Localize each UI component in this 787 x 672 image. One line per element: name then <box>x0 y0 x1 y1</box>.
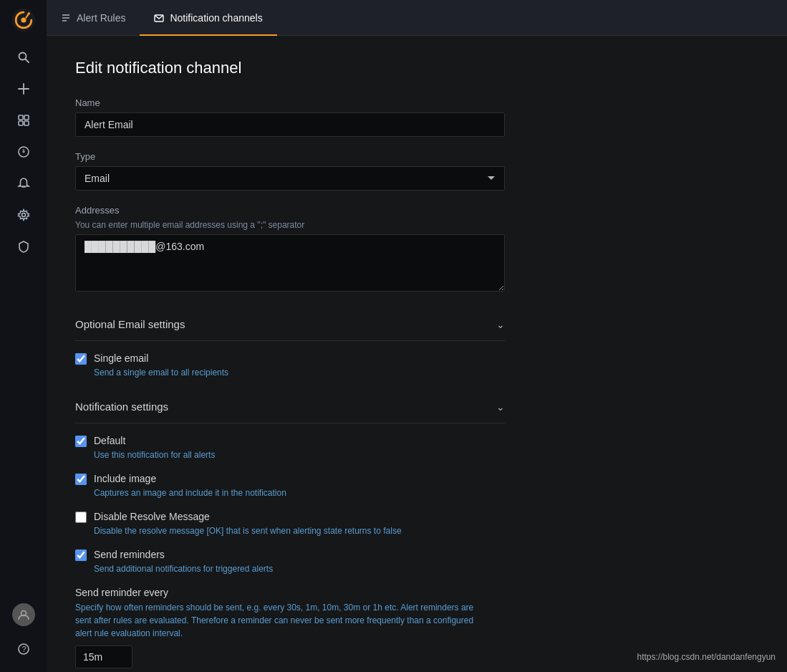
sidebar: ? <box>0 0 47 672</box>
include-image-label: Include image <box>94 473 156 484</box>
optional-email-settings-header[interactable]: Optional Email settings ⌄ <box>75 308 505 341</box>
optional-email-settings-section: Optional Email settings ⌄ Single email S… <box>75 308 758 378</box>
addresses-field-group: Addresses You can enter multiple email a… <box>75 205 758 294</box>
svg-line-4 <box>25 59 29 63</box>
svg-point-1 <box>21 17 26 22</box>
send-reminder-every-label: Send reminder every <box>75 587 758 598</box>
grafana-logo[interactable] <box>9 6 38 34</box>
name-label: Name <box>75 97 758 108</box>
default-group: Default Use this notification for all al… <box>75 435 758 460</box>
page-title: Edit notification channel <box>75 59 758 77</box>
svg-rect-10 <box>24 121 29 125</box>
include-image-checkbox[interactable] <box>75 474 87 485</box>
user-avatar[interactable] <box>9 600 38 629</box>
name-field-group: Name <box>75 97 758 137</box>
watermark: https://blog.csdn.net/dandanfengyun <box>637 652 776 662</box>
shield-icon[interactable] <box>9 232 38 261</box>
single-email-label: Single email <box>94 352 148 364</box>
help-icon[interactable]: ? <box>9 635 38 663</box>
single-email-group: Single email Send a single email to all … <box>75 352 758 378</box>
compass-icon[interactable] <box>9 138 38 166</box>
send-reminders-group: Send reminders Send additional notificat… <box>75 549 758 574</box>
name-input[interactable] <box>75 112 505 137</box>
notification-settings-section: Notification settings ⌄ Default Use this… <box>75 390 758 668</box>
tab-notification-channels-label: Notification channels <box>170 12 262 24</box>
tab-alert-rules[interactable]: Alert Rules <box>47 1 140 36</box>
notification-settings-header[interactable]: Notification settings ⌄ <box>75 390 505 423</box>
svg-marker-12 <box>22 148 25 153</box>
tabs-bar: Alert Rules Notification channels <box>47 0 787 36</box>
disable-resolve-desc: Disable the resolve message [OK] that is… <box>94 526 758 536</box>
single-email-desc: Send a single email to all recipients <box>94 368 758 378</box>
svg-rect-7 <box>19 115 23 120</box>
search-icon[interactable] <box>9 43 38 72</box>
svg-point-2 <box>27 12 30 15</box>
addresses-hint: You can enter multiple email addresses u… <box>75 220 758 230</box>
disable-resolve-checkbox[interactable] <box>75 512 87 523</box>
default-checkbox[interactable] <box>75 436 87 447</box>
alert-rules-icon <box>61 13 71 23</box>
type-label: Type <box>75 151 758 162</box>
svg-rect-9 <box>19 121 23 125</box>
gear-icon[interactable] <box>9 201 38 229</box>
disable-resolve-group: Disable Resolve Message Disable the reso… <box>75 511 758 536</box>
avatar-image <box>12 603 35 626</box>
send-reminder-every-input[interactable] <box>75 645 132 668</box>
notification-settings-chevron-icon: ⌄ <box>496 401 505 413</box>
grid-icon[interactable] <box>9 106 38 135</box>
svg-text:?: ? <box>21 645 26 653</box>
svg-point-14 <box>21 213 25 217</box>
send-reminders-checkbox[interactable] <box>75 549 87 561</box>
default-desc: Use this notification for all alerts <box>94 450 758 460</box>
notification-channels-icon <box>154 13 164 23</box>
tab-notification-channels[interactable]: Notification channels <box>140 1 276 36</box>
type-select[interactable]: Email Slack PagerDuty Webhook <box>75 166 505 191</box>
tab-alert-rules-label: Alert Rules <box>77 12 125 24</box>
bell-icon[interactable] <box>9 169 38 198</box>
main-content: Alert Rules Notification channels Edit n… <box>47 0 787 672</box>
include-image-desc: Captures an image and include it in the … <box>94 488 758 498</box>
page-content-area: Edit notification channel Name Type Emai… <box>47 36 787 672</box>
addresses-textarea[interactable]: ██████████@163.com <box>75 234 505 292</box>
addresses-label: Addresses <box>75 205 758 216</box>
single-email-checkbox[interactable] <box>75 353 87 365</box>
notification-settings-title: Notification settings <box>75 400 168 413</box>
optional-email-settings-title: Optional Email settings <box>75 318 185 330</box>
disable-resolve-label: Disable Resolve Message <box>94 511 210 522</box>
send-reminders-desc: Send additional notifications for trigge… <box>94 564 758 574</box>
send-reminders-label: Send reminders <box>94 549 165 560</box>
plus-icon[interactable] <box>9 75 38 103</box>
optional-email-chevron-icon: ⌄ <box>496 319 505 330</box>
include-image-group: Include image Captures an image and incl… <box>75 473 758 498</box>
svg-rect-8 <box>24 115 29 120</box>
send-reminder-every-hint: Specify how often reminders should be se… <box>75 601 491 640</box>
default-label: Default <box>94 435 125 446</box>
type-field-group: Type Email Slack PagerDuty Webhook <box>75 151 758 191</box>
